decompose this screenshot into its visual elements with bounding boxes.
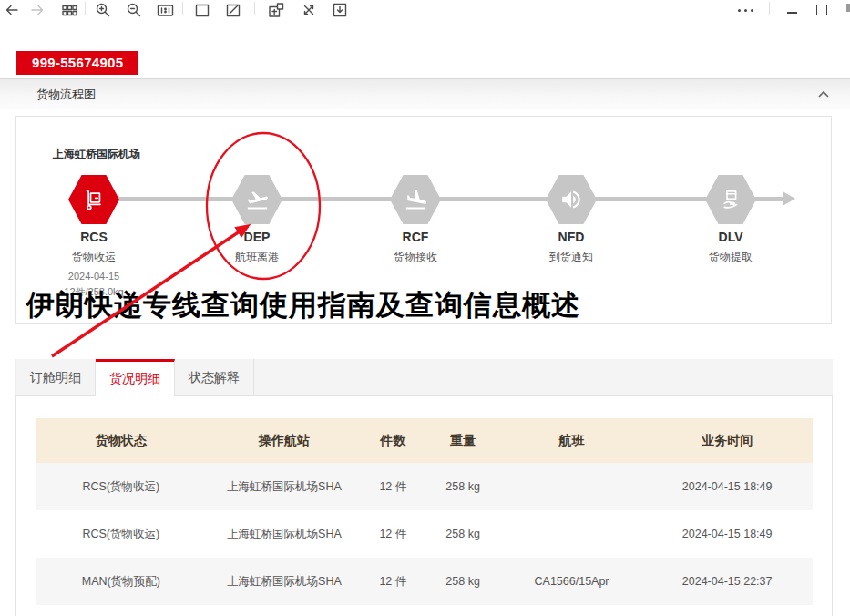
detail-tabs: 订舱明细 货况明细 状态解释: [15, 359, 833, 395]
zoom-out-icon[interactable]: [125, 1, 143, 19]
origin-airport-label: 上海虹桥国际机场: [53, 147, 140, 162]
close-icon[interactable]: [846, 4, 850, 12]
flow-node-dep: DEP 航班离港: [202, 175, 312, 265]
table-header-row: 货物状态 操作航站 件数 重量 航班 业务时间: [36, 418, 813, 463]
chevron-up-icon[interactable]: [817, 90, 830, 98]
cell-station: 上海虹桥国际机场SHA: [207, 527, 363, 542]
toolbar-divider: [85, 2, 86, 15]
forward-icon[interactable]: [28, 1, 46, 19]
tab-cargo-status-detail[interactable]: 货况明细: [96, 359, 175, 396]
node-code: RCS: [39, 230, 148, 244]
zoom-in-icon[interactable]: [94, 1, 112, 19]
cell-pieces: 12 件: [362, 527, 424, 542]
more-options-icon[interactable]: [736, 1, 754, 19]
cell-pieces: 12 件: [362, 479, 424, 495]
speaker-icon: [559, 188, 583, 211]
plane-landing-icon: [404, 188, 428, 212]
copy-text-icon[interactable]: [267, 1, 285, 19]
cell-weight: 258 kg: [424, 575, 501, 588]
flow-section-title: 货物流程图: [36, 87, 96, 103]
delivery-icon: [719, 188, 743, 212]
toolbar-divider: [182, 2, 183, 15]
minimize-icon[interactable]: [783, 1, 801, 19]
node-code: RCF: [361, 230, 470, 244]
save-image-icon[interactable]: [331, 1, 349, 19]
thumbnail-grid-icon[interactable]: [60, 1, 78, 19]
trolley-icon: [81, 187, 107, 212]
node-label: 货物提取: [676, 250, 785, 265]
back-icon[interactable]: [3, 1, 21, 19]
toolbar-divider: [254, 2, 255, 15]
cell-weight: 258 kg: [424, 528, 501, 540]
cell-station: 上海虹桥国际机场SHA: [207, 574, 363, 590]
flow-section-header[interactable]: 货物流程图: [0, 78, 850, 109]
fit-window-icon[interactable]: [193, 1, 211, 19]
plane-takeoff-icon: [245, 188, 270, 212]
node-label: 货物收运: [39, 250, 148, 265]
resize-icon[interactable]: [300, 1, 318, 19]
node-hexagon: [68, 175, 119, 224]
table-row: MAN(货物预配) 上海虹桥国际机场SHA 12 件 258 kg CA1566…: [36, 558, 813, 605]
cell-pieces: 12 件: [362, 574, 424, 590]
node-label: 航班离港: [202, 250, 312, 265]
cargo-status-panel: 货物状态 操作航站 件数 重量 航班 业务时间 RCS(货物收运) 上海虹桥国际…: [15, 395, 833, 616]
node-code: DEP: [202, 230, 312, 244]
table-row: RCS(货物收运) 上海虹桥国际机场SHA 12 件 258 kg 2024-0…: [36, 463, 813, 510]
cell-status: MAN(货物预配): [36, 574, 207, 590]
cell-time: 2024-04-15 22:37: [641, 575, 813, 588]
flow-node-nfd: NFD 到货通知: [517, 175, 626, 265]
cell-time: 2024-04-15 18:49: [641, 480, 813, 493]
node-date: 2024-04-15: [39, 271, 148, 282]
tab-status-explanation[interactable]: 状态解释: [175, 359, 254, 395]
table-row: RCS(货物收运) 上海虹桥国际机场SHA 12 件 258 kg 2024-0…: [36, 510, 813, 558]
cell-weight: 258 kg: [424, 480, 501, 493]
col-header-weight: 重量: [424, 433, 501, 449]
cargo-status-table: 货物状态 操作航站 件数 重量 航班 业务时间 RCS(货物收运) 上海虹桥国际…: [36, 418, 813, 605]
cell-status: RCS(货物收运): [36, 527, 207, 542]
flow-node-rcf: RCF 货物接收: [361, 175, 470, 265]
overlay-caption: 伊朗快递专线查询使用指南及查询信息概述: [26, 290, 580, 321]
node-code: DLV: [676, 230, 785, 244]
flow-node-dlv: DLV 货物提取: [676, 175, 785, 265]
cell-time: 2024-04-15 18:49: [641, 528, 813, 540]
actual-size-icon[interactable]: [156, 1, 174, 19]
node-label: 到货通知: [517, 250, 626, 265]
node-hexagon: [231, 175, 282, 224]
col-header-flight: 航班: [502, 433, 642, 449]
titlebar: [0, 0, 850, 24]
node-hexagon: [546, 175, 597, 224]
titlebar-divider: [769, 2, 770, 15]
node-hexagon: [705, 175, 756, 224]
cell-station: 上海虹桥国际机场SHA: [207, 479, 363, 495]
awb-number-badge: 999-55674905: [16, 51, 138, 75]
col-header-pieces: 件数: [362, 433, 424, 449]
flow-node-rcs: RCS 货物收运 2024-04-15 12件/258.0kg: [39, 175, 148, 299]
col-header-status: 货物状态: [36, 433, 207, 449]
col-header-time: 业务时间: [641, 433, 813, 449]
cell-flight: CA1566/15Apr: [502, 575, 642, 588]
node-hexagon: [390, 175, 441, 224]
cell-status: RCS(货物收运): [36, 479, 207, 495]
edit-icon[interactable]: [224, 1, 242, 19]
col-header-station: 操作航站: [207, 433, 363, 449]
node-code: NFD: [517, 230, 626, 244]
node-label: 货物接收: [361, 250, 470, 265]
maximize-icon[interactable]: [813, 1, 831, 19]
tab-booking-detail[interactable]: 订舱明细: [15, 359, 96, 395]
